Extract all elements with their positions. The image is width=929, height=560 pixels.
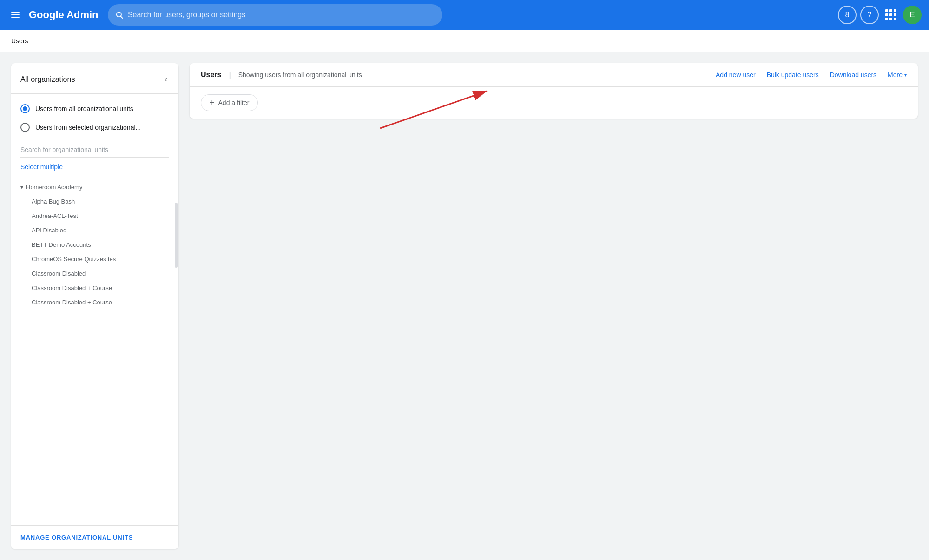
annotation-arrow (190, 63, 918, 549)
org-tree: ▾ Homeroom Academy Alpha Bug Bash Andrea… (11, 176, 178, 525)
select-multiple-link[interactable]: Select multiple (11, 161, 178, 176)
dropdown-arrow-icon: ▾ (904, 72, 907, 78)
help-label: ? (868, 11, 872, 19)
search-input[interactable] (128, 11, 435, 19)
manage-footer: MANAGE ORGANIZATIONAL UNITS (11, 525, 178, 549)
svg-rect-1 (11, 14, 20, 15)
breadcrumb-label: Users (11, 37, 28, 45)
org-child-api-disabled[interactable]: API Disabled (11, 223, 178, 237)
pipe-separator: | (229, 71, 231, 79)
svg-line-4 (120, 16, 122, 18)
org-parent-homeroom[interactable]: ▾ Homeroom Academy (11, 180, 178, 194)
top-navigation: Google Admin 8 ? E (0, 0, 929, 30)
right-panel: Users | Showing users from all organizat… (190, 63, 918, 119)
svg-rect-2 (11, 17, 20, 18)
right-panel-header: Users | Showing users from all organizat… (190, 63, 918, 87)
org-child-andrea-acl[interactable]: Andrea-ACL-Test (11, 209, 178, 223)
apps-grid-icon (885, 9, 896, 20)
add-filter-button[interactable]: + Add a filter (201, 94, 258, 111)
add-new-user-link[interactable]: Add new user (716, 71, 756, 79)
apps-grid-icon-btn[interactable] (883, 7, 899, 23)
radio-label-selected: Users from selected organizational... (35, 124, 141, 131)
google-admin-logo: Google Admin (29, 9, 99, 21)
showing-text: Showing users from all organizational un… (238, 71, 362, 79)
org-search-input[interactable] (20, 142, 169, 158)
org-child-chromeos[interactable]: ChromeOS Secure Quizzes tes (11, 252, 178, 266)
account-icon-btn[interactable]: 8 (838, 6, 857, 24)
radio-circle-selected (20, 123, 30, 132)
radio-circle-all (20, 104, 30, 113)
user-avatar[interactable]: E (903, 6, 922, 24)
more-dropdown-link[interactable]: More ▾ (888, 71, 907, 79)
svg-rect-0 (11, 12, 20, 13)
global-search-bar[interactable] (108, 4, 442, 26)
radio-option-selected-units[interactable]: Users from selected organizational... (20, 118, 169, 137)
radio-label-all: Users from all organizational units (35, 105, 133, 112)
org-child-classroom-disabled[interactable]: Classroom Disabled (11, 266, 178, 281)
hamburger-menu-icon[interactable] (7, 8, 23, 22)
radio-options-group: Users from all organizational units User… (11, 94, 178, 142)
collapse-button[interactable]: ‹ (163, 72, 169, 86)
radio-option-all-units[interactable]: Users from all organizational units (20, 99, 169, 118)
action-links: Add new user Bulk update users Download … (716, 71, 907, 79)
org-child-bett-demo[interactable]: BETT Demo Accounts (11, 237, 178, 252)
help-icon-btn[interactable]: ? (860, 6, 879, 24)
scrollbar[interactable] (175, 203, 178, 268)
panel-header: All organizations ‹ (11, 63, 178, 94)
left-panel: All organizations ‹ Users from all organ… (11, 63, 178, 549)
download-users-link[interactable]: Download users (830, 71, 876, 79)
org-parent-label: Homeroom Academy (26, 184, 82, 191)
org-child-alpha-bug-bash[interactable]: Alpha Bug Bash (11, 194, 178, 209)
breadcrumb-bar: Users (0, 30, 929, 52)
add-filter-label: Add a filter (218, 99, 250, 106)
main-content: All organizations ‹ Users from all organ… (0, 52, 929, 560)
chevron-icon: ▾ (20, 184, 23, 191)
nav-right-section: 8 ? E (838, 6, 922, 24)
account-number-label: 8 (845, 11, 850, 19)
right-panel-wrapper: Users | Showing users from all organizat… (190, 63, 918, 549)
manage-org-units-button[interactable]: MANAGE ORGANIZATIONAL UNITS (20, 534, 133, 541)
plus-icon: + (210, 99, 215, 107)
filter-row: + Add a filter (190, 87, 918, 119)
users-title: Users (201, 71, 221, 79)
search-icon (115, 11, 123, 19)
panel-title: All organizations (20, 75, 75, 84)
org-child-classroom-disabled-course1[interactable]: Classroom Disabled + Course (11, 281, 178, 295)
bulk-update-users-link[interactable]: Bulk update users (767, 71, 819, 79)
org-child-classroom-disabled-course2[interactable]: Classroom Disabled + Course (11, 295, 178, 310)
